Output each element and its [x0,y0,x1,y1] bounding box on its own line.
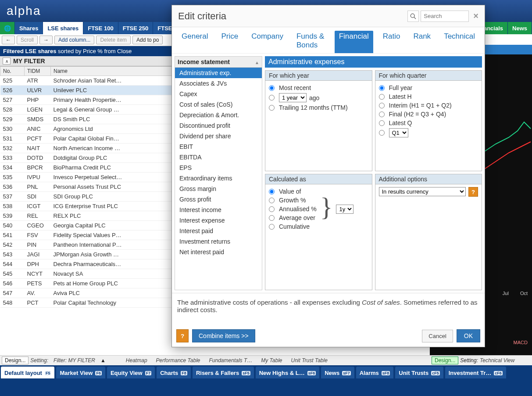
add-to-portfolio-button[interactable]: Add to po [132,36,163,44]
sidenav-item[interactable]: Depreciation & Amort. [175,110,262,120]
topnav-shares[interactable]: Shares [15,22,43,34]
topnav-lse-shares[interactable]: LSE shares [43,22,83,34]
dropdown-arrow-icon[interactable]: ▲ [100,357,106,364]
sidenav-item[interactable]: Dividend per share [175,131,262,141]
bottom-tabs: Default layoutF5Market ViewF6Equity View… [0,365,532,378]
topnav-ftse100[interactable]: FTSE 100 [83,22,118,34]
search-input[interactable] [421,11,469,22]
filter-link[interactable]: Filter: MY FILTER [50,357,99,364]
calc-panel: Calculated as Value of Growth % Annualis… [265,174,372,290]
bottom-tab[interactable]: Default layoutF5 [1,367,54,378]
svg-line-1 [414,17,416,19]
bottom-tab[interactable]: New Highs & L…sF6 [256,367,320,378]
bottom-tab[interactable]: Risers & FallerssF5 [193,367,254,378]
sidenav: Income statement Administrative exp.Asso… [175,56,262,290]
scroll-label: Scroll [17,36,38,44]
sidenav-item[interactable]: Investment returns [175,236,262,247]
col-tidm[interactable]: TIDM [25,67,51,76]
radio-full-year[interactable] [379,85,385,91]
sidenav-item[interactable]: Interest paid [175,226,262,236]
technical-view-link[interactable]: Technical View [480,357,514,364]
radio-average[interactable] [269,215,275,221]
radio-quarter-select[interactable] [379,130,385,136]
add-column-button[interactable]: Add column... [54,36,94,44]
radio-ttm[interactable] [269,105,275,111]
tab-rank[interactable]: Rank [410,31,434,53]
help-currency-button[interactable]: ? [468,187,478,197]
sidenav-item[interactable]: EPS [175,162,262,173]
sidenav-item[interactable]: Net interest paid [175,247,262,257]
sidenav-item[interactable]: Administrative exp. [175,68,262,78]
quarter-select[interactable]: Q1 [389,128,408,137]
sidenav-item[interactable]: Gross margin [175,184,262,194]
cancel-button[interactable]: Cancel [422,330,453,342]
tab-funds-bonds[interactable]: Funds & Bonds [293,31,328,53]
period-select[interactable]: 1y [336,205,353,214]
bottom-tab[interactable]: Unit TrustscF5 [395,367,443,378]
sidenav-item[interactable]: Associates & JVs [175,78,262,89]
globe-button[interactable]: 🌐 [0,22,15,34]
sort-up-icon[interactable] [255,58,259,65]
scroll-right-button[interactable]: → [39,36,53,44]
setting-label: Setting: [30,357,48,364]
radio-latest-h[interactable] [379,94,385,100]
tab-price[interactable]: Price [218,31,242,53]
radio-value-of[interactable] [269,189,275,194]
tab-financial[interactable]: Financial [335,31,373,53]
collapse-icon[interactable]: ∧ [3,58,11,65]
radio-growth[interactable] [269,198,275,203]
combine-items-button[interactable]: Combine items >> [192,329,255,342]
topnav-news[interactable]: News [508,22,532,34]
sidenav-item[interactable]: EBITDA [175,152,262,162]
my-table-link[interactable]: My Table [257,357,286,364]
modal-tabs: General Price Company Funds & Bonds Fina… [172,27,485,54]
bottom-tab[interactable]: Equity ViewF7 [107,367,155,378]
delete-item-button[interactable]: Delete item [96,36,131,44]
sidenav-item[interactable]: Extraordinary items [175,173,262,184]
radio-latest-q[interactable] [379,120,385,126]
tab-company[interactable]: Company [248,31,287,53]
search-icon[interactable] [407,11,419,22]
year-panel: For which year Most recent 1 year ago Tr… [265,70,372,171]
bottom-tab[interactable]: ChartsF8 [157,367,191,378]
bottom-tab[interactable]: Market ViewF6 [56,367,105,378]
tab-ratio[interactable]: Ratio [379,31,404,53]
radio-final[interactable] [379,112,385,117]
perf-table-link[interactable]: Performance Table [153,357,204,364]
sidenav-item[interactable]: EBIT [175,141,262,152]
help-footer-button[interactable]: ? [176,329,189,342]
x-oct: Oct [520,291,528,296]
design-button-right[interactable]: Design... [432,356,458,364]
sidenav-item[interactable]: Interest expense [175,215,262,226]
close-icon[interactable]: × [473,11,478,21]
scroll-left-button[interactable]: ← [2,36,15,44]
unit-trust-table-link[interactable]: Unit Trust Table [287,357,331,364]
years-ago-select[interactable]: 1 year [279,93,307,102]
radio-annualised[interactable] [269,206,275,212]
radio-ago[interactable] [269,95,275,101]
heatmap-link[interactable]: Heatmap [122,357,151,364]
bottom-tab[interactable]: Investment Tr…cF6 [445,367,506,378]
design-button-left[interactable]: Design... [2,356,29,364]
currency-select[interactable]: In results currency [379,187,466,196]
radio-interim[interactable] [379,103,385,108]
additional-panel-head: Additional options [375,174,482,184]
tab-technical[interactable]: Technical [440,31,478,53]
sidenav-list[interactable]: Administrative exp.Associates & JVsCapex… [175,68,262,290]
sidenav-item[interactable]: Capex [175,89,262,99]
sidenav-item[interactable]: Gross profit [175,194,262,205]
sidenav-item[interactable]: Interest income [175,205,262,215]
year-panel-head: For which year [265,71,372,81]
sidenav-item[interactable]: Cost of sales (CoS) [175,99,262,110]
radio-most-recent[interactable] [269,85,275,91]
sidenav-item[interactable]: Discontinued profit [175,120,262,131]
tab-general[interactable]: General [178,31,211,53]
quarter-panel-head: For which quarter [375,71,482,81]
col-no[interactable]: No. [0,67,25,76]
fundamentals-link[interactable]: Fundamentals T… [206,357,256,364]
radio-cumulative[interactable] [269,224,275,230]
ok-button[interactable]: OK [457,329,480,342]
bottom-tab[interactable]: AlarmssF8 [356,367,394,378]
topnav-ftse250[interactable]: FTSE 250 [118,22,154,34]
bottom-tab[interactable]: NewssF7 [321,367,354,378]
